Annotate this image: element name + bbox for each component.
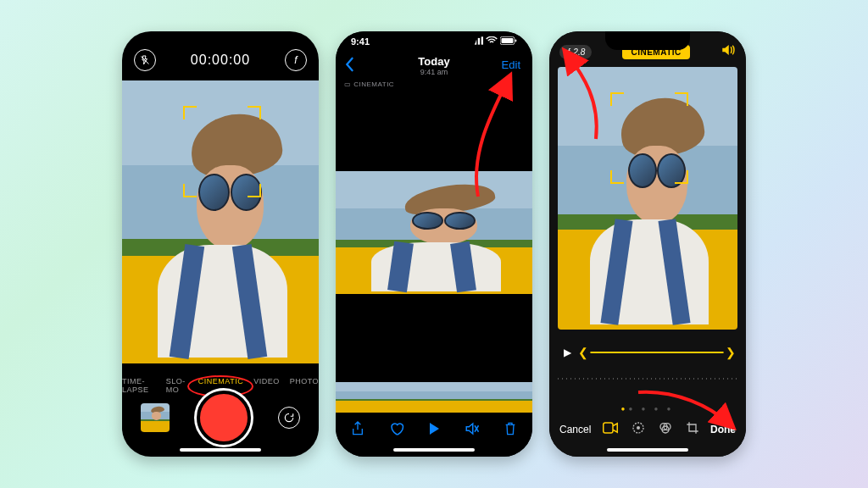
depth-toggle[interactable]: f (285, 49, 307, 71)
record-timer: 00:00:00 (191, 53, 250, 68)
flip-camera-icon (283, 412, 295, 424)
aperture-icon: f (294, 54, 297, 66)
speaker-icon (721, 43, 736, 57)
audio-toggle[interactable] (721, 43, 736, 60)
home-indicator[interactable] (393, 448, 475, 452)
svg-rect-6 (502, 38, 514, 43)
battery-icon (500, 36, 517, 45)
timeline-scrubber[interactable]: ▶ ❮ ❯ (558, 338, 737, 367)
focus-bracket (183, 106, 261, 197)
svg-rect-4 (481, 36, 483, 44)
viewfinder[interactable] (122, 80, 319, 363)
toolbar (336, 416, 532, 445)
notch (178, 31, 263, 50)
speaker-off-icon (465, 422, 480, 435)
focus-bracket (610, 92, 688, 184)
home-indicator[interactable] (180, 448, 261, 452)
trim-handle-right[interactable]: ❯ (724, 346, 737, 359)
cancel-button[interactable]: Cancel (559, 424, 591, 435)
tool-video[interactable] (603, 422, 618, 437)
notch (392, 31, 476, 50)
play-button[interactable] (428, 422, 440, 440)
phone-photos: 9:41 Today 9:41 am Edit ▭ CINEMATIC (336, 31, 532, 457)
annotation-arrow-edit (461, 74, 520, 204)
wifi-icon (486, 36, 498, 45)
favorite-button[interactable] (389, 421, 404, 441)
thumbnail-scrubber[interactable] (336, 382, 532, 413)
record-button[interactable] (197, 391, 251, 445)
timeline-play[interactable]: ▶ (558, 347, 576, 358)
delete-button[interactable] (504, 421, 517, 441)
notch (605, 31, 690, 50)
play-icon (428, 422, 440, 435)
flash-off-icon (140, 55, 150, 65)
svg-rect-10 (603, 423, 612, 433)
edit-screen: ƒ 2.8 CINEMATIC ▶ ❮ ❯ (549, 31, 746, 457)
flash-toggle[interactable] (134, 49, 156, 71)
mute-button[interactable] (465, 422, 480, 440)
phone-edit: ƒ 2.8 CINEMATIC ▶ ❮ ❯ (549, 31, 746, 457)
photos-screen: 9:41 Today 9:41 am Edit ▭ CINEMATIC (336, 31, 532, 457)
depth-slider[interactable] (558, 372, 737, 385)
camera-screen: 00:00:00 f TIME-LAPSE SLO-MO CINEMATIC V… (122, 31, 319, 457)
heart-icon (389, 421, 404, 436)
trash-icon (504, 421, 517, 436)
annotation-arrow-aperture (558, 50, 609, 147)
camera-flip-button[interactable] (278, 407, 300, 429)
status-time: 9:41 (351, 36, 370, 47)
home-indicator[interactable] (607, 448, 688, 452)
video-icon (603, 422, 618, 434)
cinematic-tag: ▭ CINEMATIC (344, 80, 394, 88)
share-icon (351, 420, 364, 437)
phone-camera: 00:00:00 f TIME-LAPSE SLO-MO CINEMATIC V… (122, 31, 319, 457)
share-button[interactable] (351, 420, 364, 441)
edit-button[interactable]: Edit (502, 58, 520, 71)
trim-handle-left[interactable]: ❮ (576, 346, 590, 359)
svg-rect-3 (478, 38, 480, 45)
status-icons (471, 36, 517, 47)
tutorial-graphic: 00:00:00 f TIME-LAPSE SLO-MO CINEMATIC V… (0, 0, 868, 488)
svg-rect-7 (515, 39, 517, 42)
last-capture-thumbnail[interactable] (141, 403, 170, 432)
timeline-frames[interactable] (590, 352, 724, 353)
annotation-arrow-done (634, 385, 736, 440)
